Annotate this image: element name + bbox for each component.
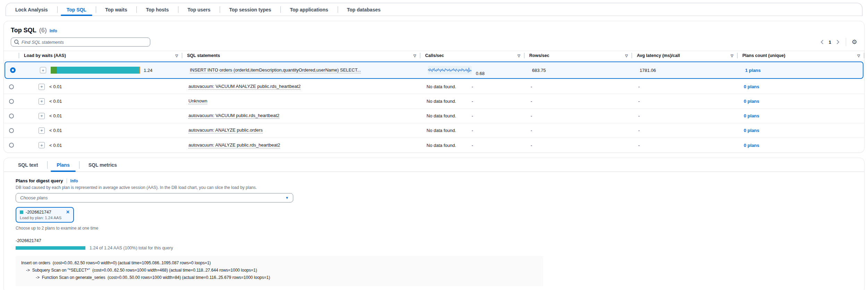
calls-no-data-text: No data found. — [427, 84, 456, 89]
tab-top-sql[interactable]: Top SQL — [57, 3, 96, 16]
tab-lock-analysis[interactable]: Lock Analysis — [6, 3, 57, 16]
calls-value: - — [472, 143, 473, 148]
tab-top-session-types[interactable]: Top session types — [220, 3, 280, 16]
plans-count-link[interactable]: 0 plans — [744, 143, 759, 148]
calls-no-data-text: No data found. — [427, 128, 456, 133]
toolbar-divider — [846, 38, 846, 46]
filter-icon[interactable]: ▽ — [517, 54, 520, 58]
sql-statement-link[interactable]: autovacuum: ANALYZE public.orders — [188, 127, 263, 133]
load-value: 1.24 — [144, 68, 152, 73]
column-header-rows-sec[interactable]: Rows/sec ▽ — [524, 51, 632, 60]
expand-row-button[interactable]: + — [39, 113, 45, 119]
calls-sparkline — [428, 66, 472, 74]
avg-latency-value: - — [638, 128, 640, 133]
table-row[interactable]: + < 0.01 autovacuum: ANALYZE public.orde… — [4, 123, 864, 138]
expand-row-button[interactable]: + — [39, 98, 45, 105]
info-link[interactable]: Info — [70, 179, 78, 183]
plans-count-link[interactable]: 1 plans — [745, 68, 761, 73]
row-radio[interactable] — [9, 114, 14, 118]
row-radio[interactable] — [9, 84, 14, 89]
column-header-selection — [4, 51, 19, 60]
table-row[interactable]: + < 0.01 autovacuum: VACUUM ANALYZE publ… — [4, 80, 864, 94]
current-page-number[interactable]: 1 — [829, 40, 831, 45]
tab-plans[interactable]: Plans — [47, 158, 79, 172]
filter-icon[interactable]: ▽ — [625, 54, 628, 58]
column-label: Rows/sec — [529, 53, 549, 58]
rows-per-sec-value: - — [531, 128, 532, 133]
sql-statement-link[interactable]: Unknown — [188, 98, 207, 104]
tab-top-applications[interactable]: Top applications — [280, 3, 337, 16]
avg-latency-value: 1781.06 — [640, 68, 656, 73]
filter-icon[interactable]: ▽ — [413, 54, 416, 58]
row-radio[interactable] — [9, 128, 14, 133]
next-page-button[interactable] — [836, 39, 840, 45]
sql-statement-link[interactable]: autovacuum: VACUUM ANALYZE public.rds_he… — [188, 84, 301, 90]
column-header-sql-statements[interactable]: SQL statements ▽ — [182, 51, 420, 60]
expand-row-button[interactable]: + — [39, 127, 45, 134]
tab-sql-metrics[interactable]: SQL metrics — [79, 158, 126, 172]
tab-top-databases[interactable]: Top databases — [338, 3, 390, 16]
title-divider — [67, 179, 67, 183]
sql-statement-link[interactable]: autovacuum: ANALYZE public.rds_heartbeat… — [188, 142, 280, 148]
row-radio-selected[interactable] — [10, 67, 16, 73]
info-link[interactable]: Info — [50, 28, 57, 33]
plan-line: -> Function Scan on generate_series (cos… — [21, 274, 538, 281]
filter-icon[interactable]: ▽ — [175, 54, 178, 58]
plans-count-link[interactable]: 0 plans — [744, 128, 759, 133]
search-input[interactable] — [11, 38, 150, 47]
plans-count-link[interactable]: 0 plans — [744, 113, 759, 118]
tab-label: Plans — [57, 162, 69, 168]
plans-count-link[interactable]: 0 plans — [744, 84, 759, 89]
sql-statement-link[interactable]: autovacuum: VACUUM public.rds_heartbeat2 — [188, 113, 279, 119]
table-row[interactable]: + 1.24 INSERT INTO orders (orderId,itemD… — [5, 61, 863, 79]
column-header-plans-count[interactable]: Plans count (unique) ▽ — [738, 51, 864, 60]
tab-top-hosts[interactable]: Top hosts — [136, 3, 178, 16]
table-row[interactable]: + < 0.01 autovacuum: ANALYZE public.rds_… — [4, 138, 864, 152]
plans-count-link[interactable]: 0 plans — [744, 99, 759, 104]
bar-segment-cpu — [51, 67, 57, 74]
tab-label: Top hosts — [146, 7, 169, 13]
calls-value: - — [472, 128, 473, 133]
column-header-load-by-waits[interactable]: Load by waits (AAS) ▽ — [19, 51, 182, 60]
detail-panel: SQL text Plans SQL metrics Plans for dig… — [3, 158, 865, 290]
tab-top-users[interactable]: Top users — [178, 3, 220, 16]
table-row[interactable]: + < 0.01 autovacuum: VACUUM public.rds_h… — [4, 109, 864, 123]
rows-per-sec-value: - — [531, 99, 532, 104]
tab-sql-text[interactable]: SQL text — [9, 158, 47, 172]
tab-top-waits[interactable]: Top waits — [96, 3, 137, 16]
plan-chip-load: Load by plan: 1.24 AAS — [20, 216, 70, 220]
load-value: < 0.01 — [49, 128, 62, 133]
tab-label: Top databases — [347, 7, 381, 13]
avg-latency-value: - — [638, 113, 640, 118]
table-row[interactable]: + < 0.01 Unknown No data found. - - - 0 … — [4, 94, 864, 109]
page-title: Top SQL — [11, 27, 36, 34]
calls-value: - — [472, 99, 473, 104]
load-value: < 0.01 — [49, 143, 62, 148]
calls-value: 0.68 — [476, 71, 484, 76]
filter-icon[interactable]: ▽ — [857, 54, 860, 58]
sql-statement-link[interactable]: INSERT INTO orders (orderId,itemDescript… — [190, 67, 361, 73]
expand-row-button[interactable]: + — [40, 67, 46, 73]
settings-gear-icon[interactable]: ⚙ — [852, 39, 857, 45]
choose-plans-select[interactable]: Choose plans ▼ — [16, 193, 293, 202]
tab-label: Top waits — [105, 7, 127, 13]
rows-per-sec-value: - — [531, 113, 532, 118]
plan-load-progress: 1.24 of 1.24 AAS (100%) total for this q… — [16, 246, 852, 250]
calls-no-data-text: No data found. — [427, 143, 456, 148]
column-header-avg-latency[interactable]: Avg latency (ms)/call ▽ — [632, 51, 738, 60]
chevron-left-icon — [820, 40, 824, 44]
row-radio[interactable] — [9, 143, 14, 148]
column-label: Calls/sec — [425, 53, 444, 58]
column-header-calls-sec[interactable]: Calls/sec ▽ — [420, 51, 524, 60]
detail-tab-bar: SQL text Plans SQL metrics — [4, 158, 864, 172]
filter-icon[interactable]: ▽ — [731, 54, 733, 58]
row-radio[interactable] — [9, 99, 14, 104]
expand-row-button[interactable]: + — [39, 84, 45, 90]
expand-row-button[interactable]: + — [39, 142, 45, 148]
load-value: < 0.01 — [49, 99, 62, 104]
previous-page-button[interactable] — [820, 39, 824, 45]
search-icon — [14, 39, 19, 45]
top-tab-bar: Lock Analysis Top SQL Top waits Top host… — [6, 3, 862, 16]
table-toolbar: 1 ⚙ — [11, 38, 857, 47]
remove-plan-icon[interactable]: ✕ — [61, 209, 70, 215]
